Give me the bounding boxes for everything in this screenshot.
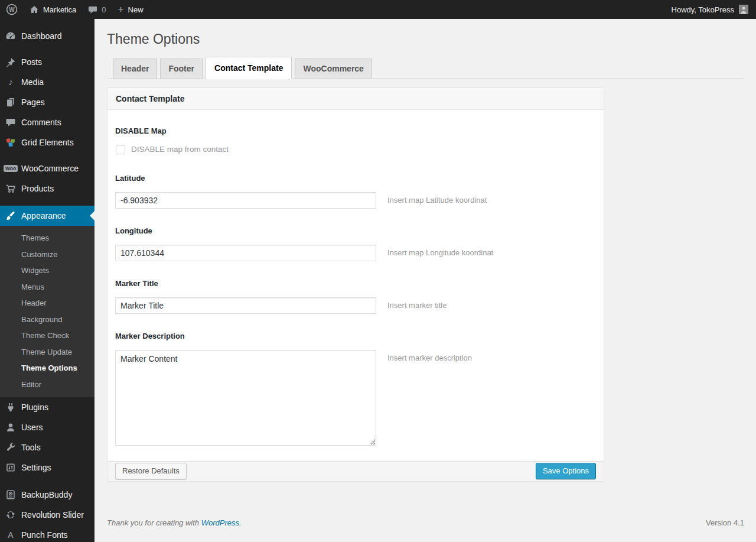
grid-pinwheel-icon [5,137,17,148]
site-name: Marketica [43,5,76,14]
submenu-item-customize[interactable]: Customize [0,246,94,263]
sidebar-item-dashboard[interactable]: Dashboard [0,26,94,46]
howdy-text: Howdy, TokoPress [672,5,734,14]
sidebar-item-label: Media [21,77,44,87]
version-text: Version 4.1 [706,518,744,527]
save-options-button[interactable]: Save Options [536,463,596,479]
admin-sidebar: Dashboard Posts ♪ Media Pages Comments [0,19,94,542]
tab-bar: Header Footer Contact Template WooCommer… [107,57,744,79]
tab-footer[interactable]: Footer [160,59,203,79]
woo-badge-icon: Woo [5,163,17,174]
comments-menu[interactable]: 0 [82,0,112,19]
sidebar-item-label: WooCommerce [21,164,79,173]
footer-thanks-period: . [239,518,242,527]
sidebar-item-label: Settings [21,463,51,472]
menu-separator [0,152,94,158]
new-label: New [128,5,144,14]
sidebar-item-label: Products [21,184,54,193]
marker-description-textarea[interactable]: Marker Content [115,350,376,446]
submenu-item-header[interactable]: Header [0,295,94,311]
disable-map-checkbox[interactable] [116,145,125,154]
submenu-item-theme-update[interactable]: Theme Update [0,344,94,361]
latitude-input[interactable] [115,192,376,209]
sidebar-item-label: Dashboard [21,31,62,41]
sidebar-item-settings[interactable]: Settings [0,457,94,478]
contact-template-panel: Contact Template DISABLE Map DISABLE map… [107,87,604,482]
wordpress-logo-menu[interactable]: W [0,0,24,19]
field-label: Marker Title [115,279,596,288]
admin-bar: W Marketica 0 + New Howdy, TokoPress [0,0,756,19]
sidebar-item-label: Plugins [21,403,48,412]
home-icon [30,5,39,14]
refresh-arrows-icon [5,509,17,521]
howdy-account-menu[interactable]: Howdy, TokoPress [672,0,756,19]
submenu-item-theme-options[interactable]: Theme Options [0,360,94,377]
longitude-input[interactable] [115,245,376,261]
letter-a-icon: A [5,529,17,541]
admin-bar-left: W Marketica 0 + New [0,0,149,19]
field-hint: Insert marker description [387,350,472,362]
checkbox-label: DISABLE map from contact [131,145,229,154]
sidebar-item-revolution-slider[interactable]: Revolution Slider [0,505,94,525]
sidebar-item-punch-fonts[interactable]: A Punch Fonts [0,525,94,542]
restore-defaults-button[interactable]: Restore Defaults [115,463,187,479]
sidebar-item-media[interactable]: ♪ Media [0,72,94,92]
tab-woocommerce[interactable]: WooCommerce [295,59,372,79]
sidebar-item-appearance[interactable]: Appearance [0,206,94,226]
pages-icon [5,96,17,108]
sidebar-item-tools[interactable]: Tools [0,437,94,457]
sidebar-item-label: Punch Fonts [21,530,68,540]
submenu-item-menus[interactable]: Menus [0,279,94,296]
sidebar-item-label: Users [21,423,43,432]
submenu-item-themes[interactable]: Themes [0,230,94,246]
sidebar-item-products[interactable]: Products [0,178,94,199]
sidebar-item-label: Posts [21,57,42,67]
comment-count: 0 [102,5,106,14]
comment-icon [5,116,17,128]
field-latitude: Latitude Insert map Latitude koordinat [115,174,596,209]
site-name-menu[interactable]: Marketica [24,0,82,19]
footer-thanks-text: Thank you for creating with [107,518,201,527]
field-label: DISABLE Map [115,126,596,135]
new-content-menu[interactable]: + New [112,0,149,19]
sidebar-item-posts[interactable]: Posts [0,52,94,72]
sidebar-item-label: Revolution Slider [21,510,84,520]
field-label: Longitude [115,226,596,235]
field-hint: Insert marker title [387,297,447,310]
plug-icon [5,401,17,413]
sidebar-item-woocommerce[interactable]: Woo WooCommerce [0,158,94,178]
sliders-icon [5,462,17,473]
sidebar-item-pages[interactable]: Pages [0,92,94,112]
sidebar-item-label: Appearance [21,211,66,220]
sidebar-item-comments[interactable]: Comments [0,112,94,132]
brush-icon [5,210,17,222]
submenu-item-background[interactable]: Background [0,311,94,328]
cart-icon [5,183,17,194]
wordpress-link[interactable]: WordPress [201,518,239,527]
sidebar-item-grid-elements[interactable]: Grid Elements [0,132,94,152]
plus-icon: + [118,4,124,14]
submenu-item-editor[interactable]: Editor [0,377,94,393]
submenu-item-widgets[interactable]: Widgets [0,262,94,279]
sidebar-item-label: Tools [21,443,41,452]
sidebar-item-label: Pages [21,98,45,107]
appearance-submenu: Themes Customize Widgets Menus Header Ba… [0,226,94,397]
wrench-icon [5,442,17,453]
sidebar-item-backupbuddy[interactable]: BackupBuddy [0,485,94,505]
page-title: Theme Options [107,31,744,48]
sidebar-item-users[interactable]: Users [0,417,94,437]
page-footer: Thank you for creating with WordPress. V… [107,518,744,534]
field-label: Latitude [115,174,596,183]
dashboard-icon [5,30,17,42]
tab-header[interactable]: Header [113,59,157,79]
pin-icon [5,56,17,68]
submenu-item-theme-check[interactable]: Theme Check [0,327,94,344]
sidebar-item-label: BackupBuddy [21,490,72,499]
tab-contact-template[interactable]: Contact Template [206,57,292,79]
panel-body: DISABLE Map DISABLE map from contact Lat… [107,110,604,461]
panel-title: Contact Template [107,88,604,110]
field-label: Marker Description [115,332,596,340]
sidebar-item-plugins[interactable]: Plugins [0,397,94,417]
marker-title-input[interactable] [115,297,376,314]
music-note-icon: ♪ [5,76,17,88]
